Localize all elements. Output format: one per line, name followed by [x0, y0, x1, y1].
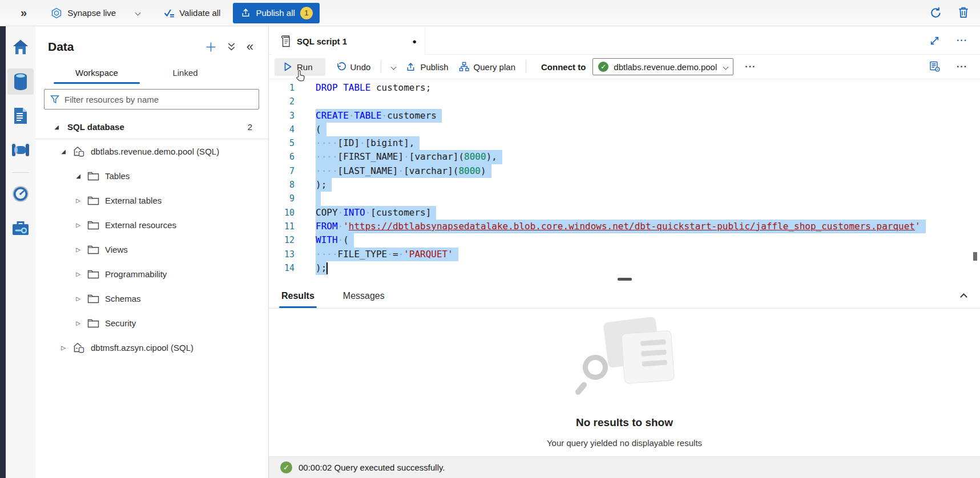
- tree-toggle-icon[interactable]: ▷: [59, 345, 67, 351]
- code-line[interactable]: 8);: [269, 178, 980, 192]
- add-resource-button[interactable]: [205, 42, 216, 52]
- tab-title: SQL script 1: [297, 37, 347, 46]
- trash-icon[interactable]: [957, 6, 970, 19]
- tab-more-icon[interactable]: ···: [957, 35, 967, 46]
- rail-item-data[interactable]: [7, 68, 34, 95]
- no-results-illustration: [570, 319, 679, 405]
- tab-workspace[interactable]: Workspace: [53, 63, 141, 84]
- code-line[interactable]: 11FROM·'https://dbtlabsynapsedatalake.bl…: [269, 220, 980, 233]
- validate-all-button[interactable]: Validate all: [164, 8, 220, 18]
- tree-toggle-icon[interactable]: ▷: [74, 246, 82, 253]
- empty-subtitle: Your query yielded no displayable result…: [269, 438, 980, 448]
- tab-results[interactable]: Results: [279, 291, 317, 308]
- sql-script-icon: [281, 35, 291, 47]
- upload-icon: [241, 8, 251, 18]
- mode-caret-icon[interactable]: [135, 10, 141, 16]
- rail-divider: [12, 172, 29, 173]
- undo-button[interactable]: Undo: [336, 62, 371, 72]
- rail-item-develop[interactable]: [7, 103, 34, 129]
- horizontal-scrollbar[interactable]: [618, 278, 632, 281]
- tree-root-label: SQL database: [67, 122, 124, 132]
- synapse-logo-icon: [51, 7, 62, 19]
- code-line[interactable]: 14);: [269, 261, 980, 275]
- toolbox-icon: [11, 220, 30, 236]
- validate-icon: [164, 9, 175, 18]
- code-line[interactable]: 4(: [269, 123, 980, 136]
- undo-label: Undo: [350, 62, 371, 72]
- query-plan-button[interactable]: Query plan: [459, 62, 515, 72]
- tree-item[interactable]: ▷ Schemas: [35, 286, 268, 311]
- tree-item[interactable]: ▷ External resources: [35, 213, 268, 237]
- vertical-scrollbar[interactable]: [973, 252, 977, 261]
- refresh-icon[interactable]: [929, 6, 942, 19]
- publish-all-button[interactable]: Publish all 1: [233, 3, 319, 23]
- resource-tree: ◢ SQL database 2 ◢ dbtlabs.revenue.demo.…: [35, 115, 268, 360]
- main-area: SQL script 1 ● ··· Run Undo Publish Quer…: [269, 26, 980, 478]
- tree-toggle-icon[interactable]: ▷: [74, 271, 82, 277]
- mode-label: Synapse live: [67, 8, 116, 18]
- mode-selector[interactable]: Synapse live: [51, 7, 140, 19]
- code-line[interactable]: 3CREATE·TABLE·customers: [269, 109, 980, 123]
- code-line[interactable]: 1DROP TABLE customers;: [269, 81, 980, 95]
- code-line[interactable]: 10COPY·INTO·[customers]: [269, 206, 980, 220]
- tab-sql-script[interactable]: SQL script 1 ●: [272, 28, 425, 55]
- sidebar-expand-icon[interactable]: »: [21, 6, 26, 19]
- filter-box: [44, 89, 259, 110]
- filter-input[interactable]: [64, 95, 253, 104]
- run-options-caret-icon[interactable]: [392, 65, 396, 69]
- code-line[interactable]: 6····[FIRST_NAME]·[varchar](8000),: [269, 150, 980, 164]
- tree-toggle-icon[interactable]: ◢: [59, 148, 67, 155]
- tree-item-label: Views: [105, 245, 128, 254]
- rail-item-manage[interactable]: [7, 215, 34, 241]
- folder-icon: [87, 318, 99, 328]
- expand-editor-icon[interactable]: [930, 36, 939, 46]
- tree-item[interactable]: ◢ Tables: [35, 164, 268, 188]
- code-line[interactable]: 2: [269, 95, 980, 108]
- sql-editor[interactable]: 1DROP TABLE customers;23CREATE·TABLE·cus…: [269, 79, 980, 284]
- publish-button[interactable]: Publish: [406, 62, 448, 72]
- tree-item[interactable]: ▷ Programmability: [35, 262, 268, 286]
- tree-item[interactable]: ▷ External tables: [35, 188, 268, 213]
- filter-funnel-icon: [50, 95, 59, 104]
- tree-toggle-icon[interactable]: ▷: [74, 222, 82, 228]
- tree-item[interactable]: ◢ dbtlabs.revenue.demo.pool (SQL): [35, 139, 268, 164]
- database-icon: [12, 72, 29, 91]
- tree-toggle-icon[interactable]: ▷: [74, 320, 82, 326]
- unsaved-dot: ●: [412, 37, 417, 46]
- status-message: 00:00:02 Query executed successfully.: [299, 463, 445, 472]
- code-line[interactable]: 12WITH·(: [269, 233, 980, 247]
- pool-select-dropdown[interactable]: ✓ dbtlabs.revenue.demo.pool: [592, 58, 733, 75]
- code-line[interactable]: 5····[ID]·[bigint],: [269, 136, 980, 150]
- tree-expanded-icon[interactable]: ◢: [53, 124, 61, 130]
- pool-select-value: dbtlabs.revenue.demo.pool: [614, 62, 719, 72]
- collapse-all-icon[interactable]: [227, 42, 236, 51]
- folder-icon: [87, 245, 99, 254]
- tab-messages[interactable]: Messages: [341, 291, 387, 308]
- tree-toggle-icon[interactable]: ▷: [74, 295, 82, 302]
- home-icon: [11, 39, 30, 56]
- collapse-results-icon[interactable]: [961, 291, 966, 302]
- code-lines: 1DROP TABLE customers;23CREATE·TABLE·cus…: [269, 81, 980, 275]
- results-tabs: Results Messages: [269, 284, 980, 309]
- editor-more-icon[interactable]: ···: [957, 62, 967, 72]
- tree-toggle-icon[interactable]: ▷: [74, 197, 82, 204]
- code-line[interactable]: 9: [269, 192, 980, 205]
- tree-toggle-icon[interactable]: ◢: [74, 173, 82, 179]
- code-line[interactable]: 7····[LAST_NAME]·[varchar](8000): [269, 164, 980, 178]
- view-settings-icon[interactable]: [929, 61, 941, 72]
- rail-item-monitor[interactable]: [7, 181, 34, 207]
- panel-title: Data: [48, 40, 74, 54]
- code-line[interactable]: 13····FILE_TYPE·=·'PARQUET': [269, 248, 980, 261]
- rail-item-home[interactable]: [7, 34, 34, 60]
- toolbar-more-icon[interactable]: ···: [745, 62, 756, 72]
- tree-item[interactable]: ▷ Views: [35, 237, 268, 262]
- document-tabstrip: SQL script 1 ● ···: [269, 26, 980, 55]
- tab-linked[interactable]: Linked: [141, 63, 229, 84]
- collapse-panel-icon[interactable]: «: [247, 43, 253, 51]
- rail-item-integrate[interactable]: [7, 137, 34, 163]
- tree-root-sql-database[interactable]: ◢ SQL database 2: [35, 115, 268, 139]
- toolbar-separator: [526, 60, 526, 73]
- tree-item[interactable]: ▷ dbtmsft.azsyn.cipool (SQL): [35, 335, 268, 360]
- tree-item[interactable]: ▷ Security: [35, 311, 268, 335]
- tree-item-label: Security: [105, 318, 136, 328]
